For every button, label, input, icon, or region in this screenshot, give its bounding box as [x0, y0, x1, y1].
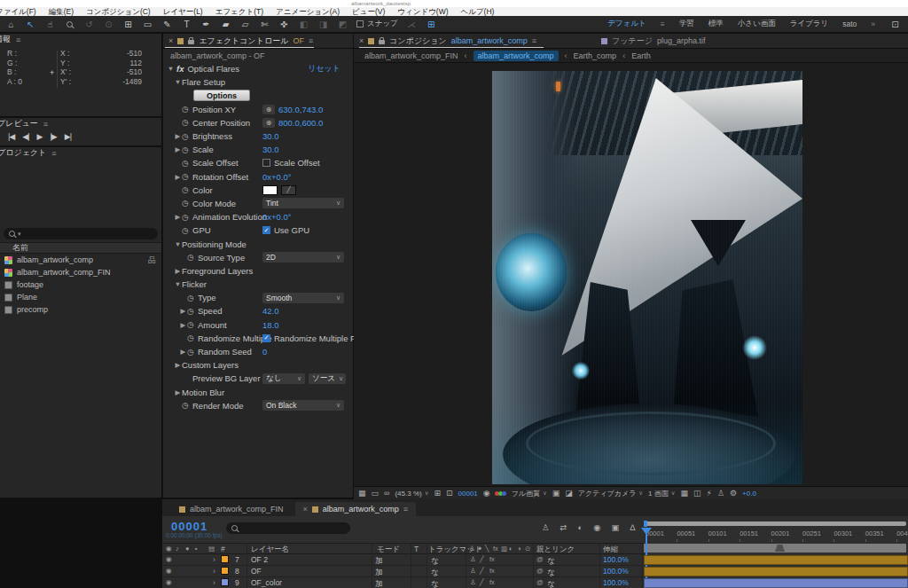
property-value[interactable]: ╱ [262, 185, 296, 195]
navigator-start-handle[interactable] [644, 521, 647, 527]
layer-name[interactable]: OF [251, 567, 262, 576]
panel-menu-icon[interactable]: ≡ [403, 505, 408, 514]
stretch-value[interactable]: 100.0% [603, 567, 629, 576]
reset-link[interactable]: リセット [308, 63, 340, 74]
stopwatch-icon[interactable]: ◷ [182, 145, 192, 154]
panel-menu-icon[interactable]: ≡ [51, 149, 56, 158]
fast-previews-icon[interactable]: ⚡ [707, 489, 712, 498]
workspace-search-icon[interactable]: ⊡ [889, 18, 901, 30]
effect-property-row[interactable]: ◷Scale OffsetScale Offset [163, 156, 353, 169]
dropdown[interactable]: なし∨ [262, 373, 305, 384]
stopwatch-icon[interactable]: ◷ [187, 307, 198, 316]
value-text[interactable]: 0 [262, 347, 267, 357]
monitor-icon[interactable]: ▭ [372, 489, 380, 498]
chevron-down-icon[interactable]: ▼ [174, 240, 182, 248]
zoom-level-dropdown[interactable]: (45.3 %)∨ [395, 490, 428, 498]
effect-property-row[interactable]: ▶◷Rotation Offset0x+0.0° [163, 170, 353, 184]
project-item[interactable]: albam_artwork_comp_FIN [0, 266, 161, 278]
menu-item[interactable]: レイヤー(L) [163, 7, 203, 16]
timeline-tab[interactable]: albam_artwork_comp_FIN [171, 502, 292, 516]
target-region-icon[interactable]: ▣ [552, 489, 560, 498]
options-button[interactable]: Options [193, 90, 250, 101]
stopwatch-icon[interactable]: ◷ [182, 132, 192, 141]
clone-stamp-tool[interactable]: ▰ [220, 18, 231, 30]
first-frame-button[interactable]: |◀ [8, 132, 14, 141]
menu-item[interactable]: アニメーション(A) [276, 7, 340, 16]
stretch-value[interactable]: 100.0% [603, 578, 629, 587]
dropdown[interactable]: Smooth∨ [262, 293, 344, 303]
timeline-button-icon[interactable]: ♙ [717, 489, 724, 498]
current-frame-counter[interactable]: 00001 [171, 520, 207, 533]
chevron-right-icon[interactable]: ▶ [179, 348, 187, 356]
property-value[interactable]: 0x+0.0° [262, 172, 292, 182]
effect-property-row[interactable]: ◷Color ModeTint∨ [163, 197, 353, 210]
panel-menu-icon[interactable]: ≡ [309, 36, 313, 45]
close-icon[interactable]: × [303, 505, 308, 514]
roto-brush-tool[interactable]: ✄ [259, 18, 270, 30]
property-value[interactable]: ✓Randomize Multiple Flar [262, 333, 364, 343]
show-channel-icon[interactable] [496, 491, 506, 496]
timeline-search-input[interactable] [226, 522, 350, 534]
stopwatch-icon[interactable]: ◷ [187, 253, 198, 262]
effect-controls-tab[interactable]: × エフェクトコントロール OF ≡ [163, 34, 353, 49]
panel-menu-icon[interactable]: ≡ [532, 36, 536, 45]
value-text[interactable]: 30.0 [262, 145, 279, 154]
property-value[interactable]: 0x+0.0° [262, 212, 292, 222]
panel-menu-icon[interactable]: ≡ [43, 120, 48, 129]
workspace-tab-ライブラリ[interactable]: ライブラリ [790, 19, 829, 29]
color-swatch[interactable] [262, 185, 278, 195]
project-item[interactable]: precomp [0, 303, 161, 316]
menu-item[interactable]: エフェクト(T) [215, 7, 263, 16]
workspace-overflow-icon[interactable]: » [871, 20, 875, 28]
property-value[interactable]: 18.0 [262, 320, 279, 330]
stopwatch-icon[interactable]: ◷ [187, 320, 198, 329]
lock-icon[interactable] [188, 40, 194, 44]
breadcrumb-item[interactable]: Earth [631, 51, 651, 60]
property-value[interactable]: 42.0 [262, 306, 279, 316]
effect-group-row[interactable]: ▼Flicker [163, 278, 353, 291]
checkbox[interactable]: ✓ [262, 334, 270, 342]
value-text[interactable]: 42.0 [262, 306, 279, 316]
visibility-eye-icon[interactable]: ◉ [166, 578, 172, 586]
hand-tool[interactable]: ☝ [44, 18, 56, 30]
brainstorm-icon[interactable]: ▣ [612, 522, 620, 532]
effect-property-row[interactable]: ◷TypeSmooth∨ [163, 291, 353, 304]
shy-icon[interactable]: ♙ [542, 522, 550, 532]
layer-switch-icon[interactable]: ♙ [470, 578, 476, 586]
layer-switch-icon[interactable]: ♙ [470, 567, 476, 575]
layer-label-color[interactable] [221, 555, 229, 563]
workspace-tab-標準[interactable]: 標準 [708, 19, 724, 29]
effect-group-row[interactable]: ▶Motion Blur [163, 386, 353, 399]
dropdown[interactable]: 2D∨ [262, 252, 344, 263]
property-value[interactable]: On Black∨ [262, 400, 344, 411]
menu-item[interactable]: ヘルプ(H) [461, 7, 495, 16]
project-name-header[interactable]: 名前 [0, 242, 161, 254]
effect-property-row[interactable]: ▶◷Speed42.0 [163, 304, 353, 318]
previous-frame-button[interactable]: ◀| [22, 132, 28, 141]
chevron-down-icon[interactable]: ▼ [174, 78, 182, 86]
value-text[interactable]: 0x+0.0° [262, 172, 292, 182]
rotate-tool[interactable]: ↺ [83, 18, 95, 30]
workspace-tab-小さい画面[interactable]: 小さい画面 [738, 19, 776, 29]
menu-item[interactable]: ファイル(F) [0, 7, 36, 16]
effect-property-row[interactable]: ▶◷Animation Evolution0x+0.0° [163, 210, 353, 223]
breadcrumb-item[interactable]: Earth_comp [574, 51, 617, 60]
zoom-tool[interactable] [64, 18, 75, 30]
layer-label-color[interactable] [221, 578, 229, 586]
property-value[interactable]: Tint∨ [262, 198, 344, 208]
transparency-grid-icon[interactable]: ▦ [358, 489, 366, 498]
pan-behind-tool[interactable]: ⊞ [122, 18, 134, 30]
frame-blend-icon[interactable]: ⇄ [560, 522, 568, 532]
chevron-right-icon[interactable]: ▶ [174, 267, 182, 275]
effect-header-row[interactable]: ▼ fx Optical Flares リセット [163, 62, 353, 75]
eraser-tool[interactable]: ▱ [239, 18, 251, 30]
pixel-aspect-icon[interactable]: ◫ [693, 489, 701, 498]
type-tool[interactable]: T [181, 18, 192, 30]
home-icon[interactable]: ⌂ [5, 18, 17, 30]
menu-item[interactable]: 編集(E) [49, 7, 74, 16]
puppet-pin-tool[interactable]: ✜ [278, 18, 290, 30]
view-layout-dropdown[interactable]: 1 画面∨ [648, 489, 675, 498]
snap-checkbox[interactable] [356, 20, 364, 27]
checkbox[interactable] [262, 159, 270, 167]
effect-property-row[interactable]: Options [163, 89, 353, 102]
